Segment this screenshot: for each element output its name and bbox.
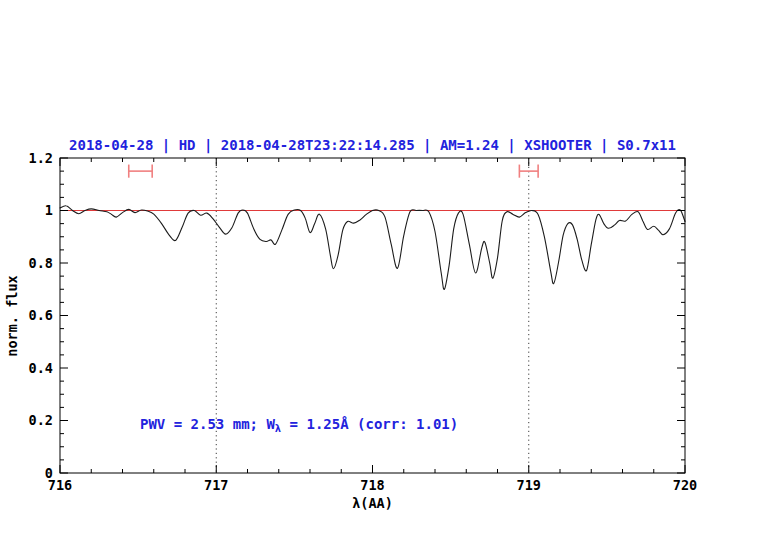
y-tick-label: 0.2 [29, 412, 53, 428]
spectrum-line [60, 206, 685, 290]
ticks-layer: 71671771871972000.20.40.60.811.2 [29, 150, 698, 494]
data-layer [60, 165, 685, 290]
x-tick-label: 719 [517, 477, 541, 493]
pwv-annotation-suffix: = 1.25Å (corr: 1.01) [281, 416, 458, 432]
y-axis-label: norm. flux [4, 275, 20, 356]
plot-title: 2018-04-28 | HD | 2018-04-28T23:22:14.28… [69, 137, 676, 154]
x-axis-label: λ(AA) [352, 495, 393, 511]
x-tick-label: 718 [360, 477, 384, 493]
x-tick-label: 720 [673, 477, 697, 493]
y-tick-label: 0.8 [29, 255, 53, 271]
y-tick-label: 0.4 [29, 360, 53, 376]
spectrum-figure: 71671771871972000.20.40.60.811.2 2018-04… [0, 0, 782, 542]
y-tick-label: 0 [45, 465, 53, 481]
x-tick-label: 717 [204, 477, 228, 493]
pwv-annotation-prefix: PWV = 2.53 mm; W [140, 416, 275, 432]
y-tick-label: 0.6 [29, 307, 53, 323]
y-tick-label: 1.2 [29, 150, 53, 166]
y-tick-label: 1 [45, 202, 53, 218]
spectrum-plot: 71671771871972000.20.40.60.811.2 2018-04… [0, 0, 782, 542]
range-marker [129, 165, 152, 178]
pwv-annotation: PWV = 2.53 mm; Wλ = 1.25Å (corr: 1.01) [140, 416, 458, 434]
